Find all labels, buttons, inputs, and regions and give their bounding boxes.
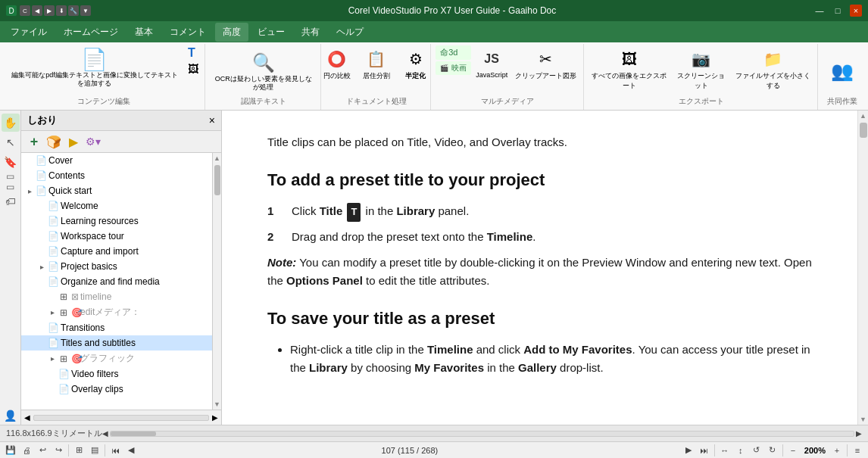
icon-organize-find: 📄 [47,276,59,288]
ribbon-btn-screenshot[interactable]: 📷 スクリーンショット [672,45,731,92]
tree-item-overlay-clips[interactable]: 📄 Overlay clips [21,382,212,397]
nav-fit-width[interactable]: ↔ [717,444,732,457]
tree-item-graphics[interactable]: ▸ ⊞ 🎯 グラフィック [21,351,212,366]
ribbon-btn-layer-divide[interactable]: 📋 居住分割 [358,45,395,83]
ribbon-btn-share[interactable]: 👥 [823,58,861,85]
toggle-editMedia[interactable]: ▸ [47,307,58,318]
icon-timeline: ⊞ [58,291,70,303]
ocr-icon: 🔍 [251,51,276,75]
tree-item-transitions[interactable]: 📄 Transitions [21,320,212,335]
ribbon-btn-edit-text[interactable]: T [185,45,201,61]
nav-redo-button[interactable]: ↪ [51,444,66,457]
sidebar-nav-left[interactable]: ◀ [24,413,30,422]
sidebar-hscroll[interactable] [33,415,209,421]
ribbon-btn-edit-image[interactable]: 🖼 [185,62,201,76]
tree-item-capture-import[interactable]: 📄 Capture and import [21,244,212,259]
nav-prev-page[interactable]: ◀ [123,444,139,457]
sidebar-play-button[interactable]: ▶ [65,133,82,150]
menu-help[interactable]: ヘルプ [329,23,371,42]
ribbon-btn-circle-compare[interactable]: ⭕ 円の比較 [318,45,356,83]
status-left: 116.8x166.9ミリメートル [6,428,102,439]
person-tool-button[interactable]: 👤 [2,407,20,425]
menu-comment[interactable]: コメント [162,23,214,42]
content-scroll-thumb[interactable] [860,123,867,138]
sidebar-settings-button[interactable]: ⚙▾ [85,133,101,150]
nav-first-page[interactable]: ⏮ [108,444,123,457]
nav-print-button[interactable]: 🖨 [19,444,34,457]
hscroll-left[interactable]: ◀ [102,429,108,438]
sidebar-close-button[interactable]: × [209,114,215,126]
tree-item-timeline[interactable]: ⊞ ⊠ timeline [21,289,212,304]
tree-item-quick-start[interactable]: ▸ 📄 Quick start [21,183,212,198]
tree-item-welcome[interactable]: 📄 Welcome [21,198,212,213]
tree-item-editMedia[interactable]: ▸ ⊞ 🎯 editメディア： [21,304,212,320]
sidebar-scroll-thumb[interactable] [214,165,220,195]
content-scroll[interactable]: Title clips can be placed on Title, Vide… [222,111,868,425]
menu-home[interactable]: ホームページ [56,23,126,42]
toggle-project-basics[interactable]: ▸ [36,261,47,272]
screenshot-label: スクリーンショット [675,71,728,91]
cursor-tool-button[interactable]: ↖ [2,133,20,151]
icon-welcome: 📄 [47,200,59,212]
ribbon-btn-movie[interactable]: 🎬 映画 [436,61,471,75]
ribbon-btn-javascript[interactable]: JS JavaScript [473,45,510,80]
nav-undo-button[interactable]: ↩ [35,444,50,457]
ribbon-btn-3d[interactable]: 命3d [436,45,471,60]
toggle-quick-start[interactable]: ▸ [24,185,35,196]
nav-fit-height[interactable]: ↕ [733,444,748,457]
icon-titles-subtitles: 📄 [47,337,59,349]
sidebar-scroll-down[interactable]: ▼ [212,399,221,410]
menu-view[interactable]: ビュー [250,23,292,42]
hscroll-right[interactable]: ▶ [856,429,862,438]
sidebar-bread-button[interactable]: 🍞 [45,133,62,150]
nav-view-button[interactable]: ▤ [87,444,102,457]
nav-next-page[interactable]: ▶ [681,444,696,457]
minimize-button[interactable]: — [813,5,826,17]
content-scroll-down-arrow[interactable]: ▼ [858,414,868,425]
zoom-out-button[interactable]: − [785,444,801,457]
nav-rotate-ccw[interactable]: ↺ [749,444,764,457]
ribbon-btn-customize[interactable]: ⚙ 半定化 [397,45,435,83]
ribbon-btn-ocr[interactable]: 🔍 OCRは疑わしい要素を発見しなが処理 [210,49,317,93]
hscroll-track[interactable] [110,431,854,437]
zoom-in-button[interactable]: + [829,444,845,457]
tree-item-video-filters[interactable]: 📄 Video filters [21,366,212,382]
hand-tool-button[interactable]: ✋ [2,114,20,132]
hscroll-thumb[interactable] [111,432,156,436]
sidebar-add-button[interactable]: + [26,133,42,150]
menu-advanced[interactable]: 高度 [215,23,248,42]
stamp-tool-button[interactable]: 🏷 [2,192,20,210]
ribbon-btn-clipart[interactable]: ✂ クリップアート図形 [512,45,579,83]
icon-quick-start: 📄 [35,185,47,197]
close-button[interactable]: × [850,5,862,17]
menu-share[interactable]: 共有 [294,23,327,42]
nav-rotate-cw[interactable]: ↻ [765,444,780,457]
toggle-graphics[interactable]: ▸ [47,354,58,364]
nav-save-button[interactable]: 💾 [3,444,18,457]
nav-last-page[interactable]: ⏭ [697,444,712,457]
sidebar-scroll-up[interactable]: ▲ [212,153,221,164]
tree-item-learning-resources[interactable]: 📄 Learning resources [21,213,212,229]
ribbon-btn-file-size[interactable]: 📁 ファイルサイズを小さくする [732,45,814,92]
tree-item-contents[interactable]: 📄 Contents [21,168,212,183]
menu-button[interactable]: ≡ [850,444,865,457]
menu-basic[interactable]: 基本 [127,23,161,42]
tree-item-cover[interactable]: 📄 Cover [21,153,212,168]
sidebar-scrollbar[interactable]: ▲ ▼ [212,153,221,410]
ocr-label: OCRは疑わしい要素を発見しなが処理 [213,75,314,92]
tree-item-organize-find[interactable]: 📄 Organize and find media [21,274,212,289]
tree-item-workspace-tour[interactable]: 📄 Workspace tour [21,229,212,244]
content-scrollbar[interactable]: ▲ ▼ [857,111,868,425]
nav-layout-button[interactable]: ⊞ [71,444,86,457]
tree-item-project-basics[interactable]: ▸ 📄 Project basics [21,259,212,274]
toggle-contents [24,170,35,181]
maximize-button[interactable]: □ [832,5,844,17]
comment-tool-button[interactable]: ▭▭ [2,173,20,191]
content-scroll-up-arrow[interactable]: ▲ [858,111,868,121]
menu-file[interactable]: ファイル [3,23,55,42]
bookmark-panel-button[interactable]: 🔖 [2,153,20,171]
ribbon-btn-export-all[interactable]: 🖼 すべての画像をエクスポート [589,45,670,92]
ribbon-btn-edit-pdf[interactable]: 📄 編集可能なpdf編集テキストと画像に変換してテキストを追加する [6,45,183,89]
sidebar-nav-right[interactable]: ▶ [212,413,218,422]
tree-item-titles-subtitles[interactable]: 📄 Titles and subtitles [21,335,212,351]
